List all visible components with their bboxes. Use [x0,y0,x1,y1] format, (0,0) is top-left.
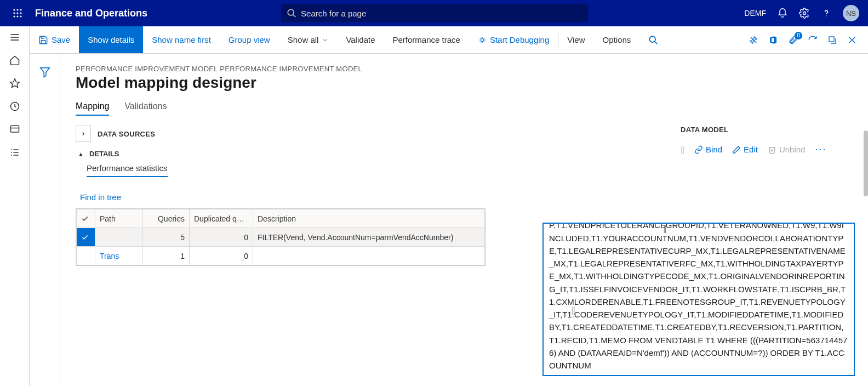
main-tabs: Mapping Validations [76,101,855,116]
trash-icon [768,145,776,154]
table-row[interactable]: Trans 1 0 [77,247,485,265]
svg-rect-29 [829,37,834,42]
performance-trace-button[interactable]: Performance trace [384,26,469,53]
link-icon [694,145,703,154]
start-debugging-button[interactable]: Start Debugging [469,26,558,53]
caret-down-icon: ▲ [78,151,84,157]
attachments-badge: 0 [795,32,802,39]
data-sources-header: DATA SOURCES [98,130,155,138]
cell-queries: 1 [142,247,190,265]
scrollbar-thumb[interactable] [864,130,868,196]
show-name-first-button[interactable]: Show name first [143,26,220,53]
command-bar: Save Show details Show name first Group … [0,26,868,54]
svg-point-3 [13,12,15,14]
svg-point-8 [20,15,21,17]
sql-output-box[interactable]: ADMINISTRATORRECID,T1.VENDORTYPE_MX,T1.V… [542,223,855,376]
cell-dup: 0 [190,247,253,265]
select-all-checkbox[interactable] [77,209,95,228]
svg-point-1 [16,9,18,10]
data-model-header: DATA MODEL [681,126,855,134]
search-input[interactable] [281,4,588,22]
cell-path [95,228,142,247]
cell-desc: FILTER(Vend, Vend.AccountNum=parmVendAcc… [253,228,485,247]
pencil-icon [732,145,741,154]
svg-point-7 [16,15,18,17]
cell-queries: 5 [142,228,190,247]
path-link[interactable]: Trans [100,252,119,260]
cmd-search-icon[interactable] [639,26,667,53]
hamburger-icon[interactable] [9,32,20,43]
recent-icon[interactable] [9,101,20,112]
attachments-icon[interactable]: 0 [788,35,798,45]
close-icon[interactable] [847,35,857,45]
show-details-button[interactable]: Show details [79,26,143,53]
expand-datasources-button[interactable] [76,126,91,142]
performance-table: Path Queries Duplicated que... Descripti… [76,208,486,266]
debug-icon [478,36,487,44]
svg-point-11 [803,12,806,15]
panel-resizer[interactable]: ‖ [681,145,684,154]
cell-desc [253,247,485,265]
page-title: Model mapping designer [76,74,855,92]
table-row[interactable]: 5 0 FILTER(Vend, Vend.AccountNum=parmVen… [77,228,485,247]
tab-validations[interactable]: Validations [124,101,167,116]
office-icon[interactable] [768,35,778,45]
content: PERFORMANCE IMPROVEMENT MODEL PERFORMANC… [60,54,868,386]
row-checkbox[interactable] [77,228,95,247]
svg-line-28 [655,41,658,44]
app-launcher-icon[interactable] [4,8,31,18]
pin-icon[interactable] [749,35,758,45]
help-icon[interactable] [821,8,832,19]
top-nav: Finance and Operations DEMF NS [0,0,868,26]
notifications-icon[interactable] [777,8,788,19]
svg-point-0 [13,9,15,10]
svg-point-2 [20,9,21,10]
cell-dup: 0 [190,228,253,247]
more-actions-button[interactable]: ··· [815,144,826,155]
subtab-performance-statistics[interactable]: Performance statistics [87,163,168,177]
cell-path: Trans [95,247,142,265]
tab-mapping[interactable]: Mapping [76,101,109,116]
svg-point-6 [13,15,15,17]
find-in-tree-link[interactable]: Find in tree [80,192,667,202]
filter-column [30,54,60,386]
unbind-button: Unbind [768,145,806,154]
svg-point-5 [20,12,21,14]
svg-point-4 [16,12,18,14]
settings-icon[interactable] [799,8,810,19]
col-description[interactable]: Description [253,209,485,228]
validate-button[interactable]: Validate [337,26,384,53]
view-menu[interactable]: View [558,26,593,53]
bind-button[interactable]: Bind [694,145,722,154]
main-area: PERFORMANCE IMPROVEMENT MODEL PERFORMANC… [30,54,868,386]
chevron-down-icon [322,37,328,43]
popout-icon[interactable] [827,35,837,45]
col-duplicated[interactable]: Duplicated que... [190,209,253,228]
environment-label[interactable]: DEMF [744,9,766,18]
svg-marker-16 [10,79,19,88]
home-icon[interactable] [9,55,20,66]
table-header-row: Path Queries Duplicated que... Descripti… [77,209,485,228]
svg-marker-32 [40,68,49,77]
col-path[interactable]: Path [95,209,142,228]
save-button[interactable]: Save [30,26,79,53]
filter-icon[interactable] [39,66,51,386]
user-avatar[interactable]: NS [843,5,859,21]
row-checkbox[interactable] [77,247,95,265]
options-menu[interactable]: Options [594,26,640,53]
svg-point-26 [481,38,483,41]
workspace-icon[interactable] [9,124,20,135]
svg-point-27 [649,36,655,42]
details-section-header[interactable]: ▲ DETAILS [76,150,667,158]
refresh-icon[interactable] [808,35,818,45]
modules-icon[interactable] [9,147,20,158]
chevron-right-icon [81,131,86,137]
global-search[interactable] [281,4,588,22]
col-queries[interactable]: Queries [142,209,190,228]
show-all-dropdown[interactable]: Show all [279,26,338,53]
group-view-button[interactable]: Group view [220,26,279,53]
favorite-icon[interactable] [9,78,20,89]
edit-button[interactable]: Edit [732,145,758,154]
svg-rect-18 [10,126,19,132]
left-nav-rail [0,26,30,386]
